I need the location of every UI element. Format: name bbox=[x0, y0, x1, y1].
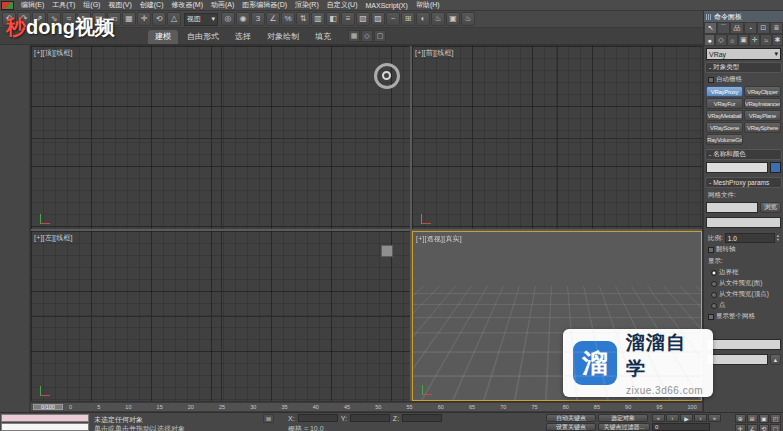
lights-category-icon[interactable]: ☼ bbox=[727, 34, 738, 46]
mesh-file-field[interactable] bbox=[706, 202, 758, 213]
object-type-button[interactable]: VRayVolumeGrid bbox=[706, 134, 743, 145]
extra-param-field[interactable] bbox=[706, 339, 781, 350]
object-type-button[interactable]: VRaySphere bbox=[744, 122, 781, 133]
proxy-name-field[interactable] bbox=[706, 217, 781, 228]
field-of-view-icon[interactable]: ∠ bbox=[747, 424, 758, 431]
space-warps-category-icon[interactable]: ≈ bbox=[760, 34, 771, 46]
browse-button[interactable]: 浏览 bbox=[760, 202, 781, 213]
maximize-viewport-icon[interactable]: ▢ bbox=[770, 424, 781, 431]
motion-tab-icon[interactable]: ◔ bbox=[744, 22, 757, 34]
menu-item[interactable]: 组(G) bbox=[79, 0, 104, 10]
percent-snap-icon[interactable]: % bbox=[281, 12, 295, 26]
object-type-button[interactable]: VRayPlane bbox=[744, 110, 781, 121]
rendered-frame-window-icon[interactable]: ▣ bbox=[446, 12, 460, 26]
display-option-radio[interactable]: 从文件预览(顶点) bbox=[704, 288, 783, 299]
go-to-start-icon[interactable]: « bbox=[652, 414, 665, 422]
ribbon-tab[interactable]: 自由形式 bbox=[180, 30, 226, 44]
menu-item[interactable]: 视图(V) bbox=[104, 0, 135, 10]
menu-item[interactable]: 图形编辑器(D) bbox=[238, 0, 291, 10]
mirror-icon[interactable]: ◧ bbox=[326, 12, 340, 26]
render-setup-icon[interactable]: ♨ bbox=[431, 12, 445, 26]
curve-editor-icon[interactable]: ~ bbox=[386, 12, 400, 26]
display-option-radio[interactable]: 边界框 bbox=[704, 266, 783, 277]
autogrid-checkbox[interactable]: 自动栅格 bbox=[704, 73, 783, 84]
menu-item[interactable]: 渲染(R) bbox=[291, 0, 323, 10]
angle-snap-icon[interactable]: ∠ bbox=[266, 12, 280, 26]
show-whole-mesh-checkbox[interactable]: 显示整个网格 bbox=[704, 310, 783, 321]
systems-category-icon[interactable]: ✱ bbox=[772, 34, 783, 46]
selection-set-dropdown[interactable]: 选定对象 bbox=[598, 414, 648, 422]
object-type-button[interactable]: VRayProxy bbox=[706, 86, 743, 97]
go-to-end-icon[interactable]: » bbox=[708, 414, 721, 422]
menu-item[interactable]: 帮助(H) bbox=[412, 0, 444, 10]
snap-toggle-icon[interactable]: 3 bbox=[251, 12, 265, 26]
object-name-field[interactable] bbox=[706, 162, 768, 173]
viewport-top[interactable]: [+][顶][线框] bbox=[31, 46, 410, 229]
command-panel-titlebar[interactable]: 命令面板 bbox=[704, 11, 783, 22]
select-and-rotate-icon[interactable]: ⟲ bbox=[152, 12, 166, 26]
use-pivot-point-icon[interactable]: ◎ bbox=[221, 12, 235, 26]
display-option-radio[interactable]: 点 bbox=[704, 299, 783, 310]
set-key-button[interactable]: 设置关键点 bbox=[546, 423, 596, 431]
viewport-top-label[interactable]: [+][顶][线框] bbox=[34, 48, 73, 58]
align-icon[interactable]: ≡ bbox=[341, 12, 355, 26]
display-option-radio[interactable]: 从文件预览(面) bbox=[704, 277, 783, 288]
geometry-subcategory-dropdown[interactable]: VRay ▾ bbox=[706, 48, 781, 60]
name-color-rollout-header[interactable]: - 名称和颜色 bbox=[705, 149, 782, 160]
viewport-front[interactable]: [+][前][线框] bbox=[412, 46, 702, 229]
object-type-button[interactable]: VRayScene bbox=[706, 122, 743, 133]
hierarchy-tab-icon[interactable]: 品 bbox=[730, 22, 743, 34]
window-crossing-icon[interactable]: ▦ bbox=[122, 12, 136, 26]
extra-param-field-2[interactable] bbox=[706, 354, 768, 365]
spinner-down-icon[interactable]: ▾ bbox=[777, 238, 779, 242]
render-production-icon[interactable]: ♨ bbox=[461, 12, 475, 26]
viewport-left-label[interactable]: [+][左][线框] bbox=[34, 233, 73, 243]
shapes-category-icon[interactable]: ◇ bbox=[715, 34, 726, 46]
zoom-icon[interactable]: ⊕ bbox=[735, 414, 746, 423]
helpers-category-icon[interactable]: ✛ bbox=[749, 34, 760, 46]
scene-object-box[interactable] bbox=[381, 245, 393, 257]
menu-item[interactable]: 修改器(M) bbox=[167, 0, 207, 10]
z-coordinate-field[interactable] bbox=[402, 414, 442, 422]
object-type-button[interactable]: VRayClipper bbox=[744, 86, 781, 97]
scale-input[interactable]: 1.0 bbox=[725, 233, 775, 243]
menu-item[interactable]: 编辑(E) bbox=[17, 0, 48, 10]
ribbon-tab[interactable]: 填充 bbox=[308, 30, 338, 44]
zoom-extents-icon[interactable]: ▣ bbox=[759, 414, 770, 423]
select-and-scale-icon[interactable]: △ bbox=[167, 12, 181, 26]
viewport-perspective-label[interactable]: [+][透视][真实] bbox=[416, 234, 462, 244]
ribbon-tab[interactable]: 选择 bbox=[228, 30, 258, 44]
menu-item[interactable]: 工具(T) bbox=[48, 0, 79, 10]
scene-object-circle[interactable] bbox=[374, 63, 400, 89]
modify-tab-icon[interactable]: ⌒ bbox=[717, 22, 730, 34]
object-type-button[interactable]: VRayMetaball bbox=[706, 110, 743, 121]
menu-item[interactable]: MAXScript(X) bbox=[361, 2, 411, 9]
time-slider[interactable]: 0/100 0510152025303540455055606570758085… bbox=[30, 402, 703, 412]
object-type-button[interactable]: VRayFur bbox=[706, 98, 743, 109]
app-logo-icon[interactable] bbox=[1, 1, 14, 10]
geometry-category-icon[interactable]: ● bbox=[704, 34, 715, 46]
create-tab-icon[interactable]: ↖ bbox=[704, 22, 717, 34]
utilities-tab-icon[interactable]: ≣ bbox=[770, 22, 783, 34]
menu-item[interactable]: 自定义(U) bbox=[323, 0, 362, 10]
layer-manager-icon[interactable]: ▧ bbox=[356, 12, 370, 26]
viewport-left[interactable]: [+][左][线框] bbox=[31, 231, 410, 401]
ribbon-tab[interactable]: 建模 bbox=[148, 30, 178, 44]
reference-coordinate-dropdown[interactable]: 视图 ▾ bbox=[184, 13, 218, 26]
zoom-region-icon[interactable]: ◰ bbox=[770, 414, 781, 423]
extra-spinner-button[interactable]: ▴ bbox=[770, 354, 781, 365]
pan-icon[interactable]: ✛ bbox=[735, 424, 746, 431]
current-frame-field[interactable]: 0 bbox=[652, 423, 710, 431]
select-and-manipulate-icon[interactable]: ◉ bbox=[236, 12, 250, 26]
key-filters-button[interactable]: 关键点过滤器... bbox=[598, 423, 650, 431]
maxscript-mini-listener-macro[interactable] bbox=[1, 414, 89, 422]
polygon-modeling-icon[interactable]: ▦ bbox=[348, 30, 360, 42]
schematic-view-icon[interactable]: ⊞ bbox=[401, 12, 415, 26]
selection-lock-icon[interactable]: ⊠ bbox=[263, 414, 274, 423]
viewport-front-label[interactable]: [+][前][线框] bbox=[415, 48, 454, 58]
previous-frame-icon[interactable]: ‹ bbox=[666, 414, 679, 422]
auto-key-button[interactable]: 自动关键点 bbox=[546, 414, 596, 422]
maxscript-mini-listener[interactable] bbox=[1, 423, 89, 431]
graphite-modeling-tools-icon[interactable]: ▨ bbox=[371, 12, 385, 26]
edit-named-selection-sets-icon[interactable]: ▥ bbox=[311, 12, 325, 26]
